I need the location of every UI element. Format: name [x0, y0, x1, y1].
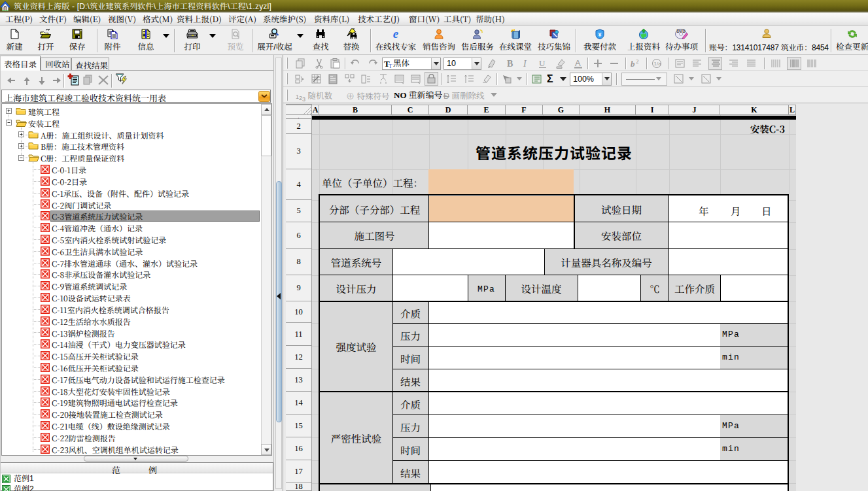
- svg-text:T: T: [389, 63, 392, 69]
- svg-text:I: I: [523, 59, 527, 69]
- svg-text:2: 2: [636, 58, 639, 65]
- svg-text:B: B: [507, 59, 513, 69]
- svg-text:b: b: [631, 59, 635, 69]
- svg-text:1/a: 1/a: [654, 61, 662, 67]
- svg-text:¥: ¥: [598, 31, 601, 38]
- svg-text:U: U: [539, 58, 546, 68]
- svg-text:DVD: DVD: [676, 29, 686, 33]
- svg-text:A: A: [575, 58, 581, 68]
